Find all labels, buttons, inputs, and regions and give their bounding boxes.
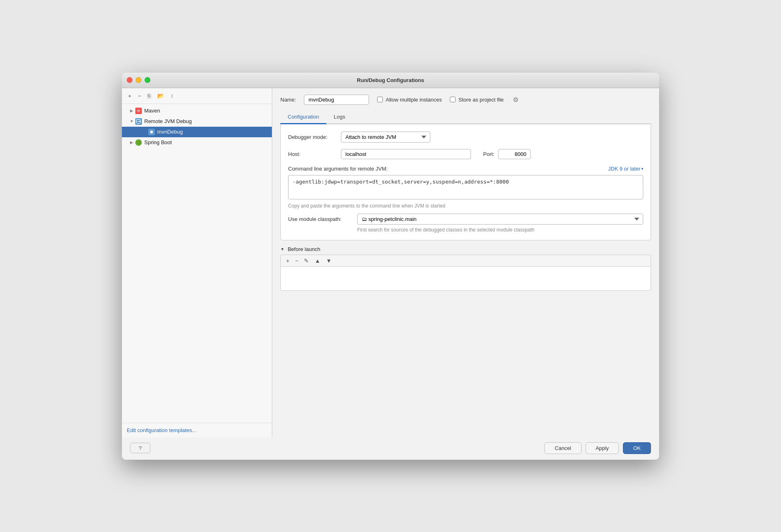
right-panel: Name: Allow multiple instances Store as … xyxy=(272,88,659,437)
allow-multiple-checkbox[interactable] xyxy=(377,97,383,102)
bl-edit-button[interactable]: ✎ xyxy=(302,257,311,265)
port-input[interactable] xyxy=(498,149,531,159)
chevron-right-icon-2: ▶ xyxy=(128,139,135,146)
maven-icon: m xyxy=(135,107,142,115)
cancel-button[interactable]: Cancel xyxy=(545,442,581,454)
host-port-row: Host: Port: xyxy=(288,149,643,159)
sort-button[interactable]: ↕ xyxy=(169,91,176,100)
collapse-arrow-icon[interactable]: ▼ xyxy=(280,247,284,251)
before-launch-list xyxy=(280,266,651,291)
module-classpath-hint: First search for sources of the debugged… xyxy=(288,227,643,233)
jdk-link-label: JDK 9 or later xyxy=(608,166,640,172)
cmd-args-section: Command line arguments for remote JVM: J… xyxy=(288,166,643,209)
module-select-wrapper: 🗂 spring-petclinic.main xyxy=(357,214,643,225)
bl-remove-button[interactable]: − xyxy=(293,257,300,265)
name-row: Name: Allow multiple instances Store as … xyxy=(280,95,651,105)
tree-item-remote-jvm[interactable]: ▼ Remote JVM Debug xyxy=(122,116,272,127)
before-launch-toolbar: + − ✎ ▲ ▼ xyxy=(280,255,651,266)
remove-config-button[interactable]: − xyxy=(136,91,143,100)
tree-item-maven-label: Maven xyxy=(144,108,160,114)
main-content: + − ⎘ 📂 ↕ ▶ xyxy=(122,88,659,437)
module-classpath-select[interactable]: 🗂 spring-petclinic.main xyxy=(357,214,643,225)
minus-icon: − xyxy=(138,93,141,99)
module-classpath-row: Use module classpath: 🗂 spring-petclinic… xyxy=(288,214,643,225)
left-panel: + − ⎘ 📂 ↕ ▶ xyxy=(122,88,272,437)
configuration-panel: Debugger mode: Attach to remote JVM List… xyxy=(280,124,651,240)
bl-add-button[interactable]: + xyxy=(284,257,291,265)
name-label: Name: xyxy=(280,97,296,103)
gear-button[interactable]: ⚙ xyxy=(512,95,519,104)
cmd-hint: Copy and paste the arguments to the comm… xyxy=(288,203,643,209)
bl-up-button[interactable]: ▲ xyxy=(312,257,322,265)
left-footer: Edit configuration templates... xyxy=(122,423,272,437)
chevron-small-icon: ▾ xyxy=(641,167,643,171)
host-label: Host: xyxy=(288,151,337,157)
debugger-mode-row: Debugger mode: Attach to remote JVM List… xyxy=(288,132,643,143)
window-title: Run/Debug Configurations xyxy=(357,77,424,83)
module-classpath-label: Use module classpath: xyxy=(288,216,353,222)
tree-item-spring-boot[interactable]: ▶ 🌿 Spring Boot xyxy=(122,137,272,148)
debugger-mode-label: Debugger mode: xyxy=(288,134,337,140)
ok-button[interactable]: OK xyxy=(623,442,651,454)
debugger-mode-select[interactable]: Attach to remote JVM Listen to remote JV… xyxy=(341,132,430,143)
tree-item-remote-jvm-label: Remote JVM Debug xyxy=(144,118,192,124)
svg-marker-2 xyxy=(139,120,140,123)
before-launch-header: ▼ Before launch xyxy=(280,246,651,252)
sort-icon: ↕ xyxy=(171,93,174,99)
name-input[interactable] xyxy=(304,95,369,105)
tree-item-mvndebug[interactable]: ▶ mvnDebug xyxy=(122,127,272,137)
store-project-group: Store as project file xyxy=(450,97,503,103)
cmd-textarea[interactable] xyxy=(288,175,643,199)
run-debug-configurations-dialog: Run/Debug Configurations + − ⎘ 📂 ↕ xyxy=(122,73,659,460)
tree-item-maven[interactable]: ▶ m Maven xyxy=(122,106,272,116)
before-launch-label: Before launch xyxy=(288,246,320,252)
copy-icon: ⎘ xyxy=(148,93,151,99)
before-launch-section: ▼ Before launch + − ✎ ▲ ▼ xyxy=(280,246,651,291)
help-icon: ? xyxy=(139,445,141,451)
tree-item-spring-boot-label: Spring Boot xyxy=(144,139,172,145)
title-bar: Run/Debug Configurations xyxy=(122,73,659,88)
window-controls xyxy=(127,77,150,83)
folder-icon: 📂 xyxy=(157,93,164,99)
dialog-footer: ? Cancel Apply OK xyxy=(122,437,659,460)
remote-jvm-icon xyxy=(135,118,142,125)
port-label: Port: xyxy=(483,151,494,157)
maximize-button[interactable] xyxy=(145,77,150,83)
bl-down-button[interactable]: ▼ xyxy=(324,257,334,265)
chevron-right-icon: ▶ xyxy=(128,108,135,114)
host-input[interactable] xyxy=(341,149,471,159)
cmd-label: Command line arguments for remote JVM: xyxy=(288,166,388,172)
minimize-button[interactable] xyxy=(136,77,141,83)
mvndebug-icon xyxy=(148,128,155,136)
spring-boot-icon: 🌿 xyxy=(135,139,142,146)
left-toolbar: + − ⎘ 📂 ↕ xyxy=(122,88,272,104)
allow-multiple-label: Allow multiple instances xyxy=(386,97,442,103)
tab-bar: Configuration Logs xyxy=(280,110,651,124)
copy-config-button[interactable]: ⎘ xyxy=(145,91,153,100)
tree-item-mvndebug-label: mvnDebug xyxy=(157,129,183,135)
apply-button[interactable]: Apply xyxy=(586,442,619,454)
cmd-header: Command line arguments for remote JVM: J… xyxy=(288,166,643,172)
tab-configuration[interactable]: Configuration xyxy=(280,110,326,124)
edit-templates-link[interactable]: Edit configuration templates... xyxy=(127,427,196,433)
add-icon: + xyxy=(128,93,131,99)
tab-logs[interactable]: Logs xyxy=(326,110,352,124)
allow-multiple-group: Allow multiple instances xyxy=(377,97,442,103)
config-tree: ▶ m Maven ▼ Remote JVM Debug xyxy=(122,104,272,423)
chevron-down-icon: ▼ xyxy=(128,118,135,125)
close-button[interactable] xyxy=(127,77,132,83)
help-button[interactable]: ? xyxy=(130,443,150,453)
store-project-checkbox[interactable] xyxy=(450,97,456,102)
folder-button[interactable]: 📂 xyxy=(155,91,166,100)
add-config-button[interactable]: + xyxy=(126,91,133,100)
jdk-link[interactable]: JDK 9 or later ▾ xyxy=(608,166,643,172)
store-project-label: Store as project file xyxy=(458,97,503,103)
